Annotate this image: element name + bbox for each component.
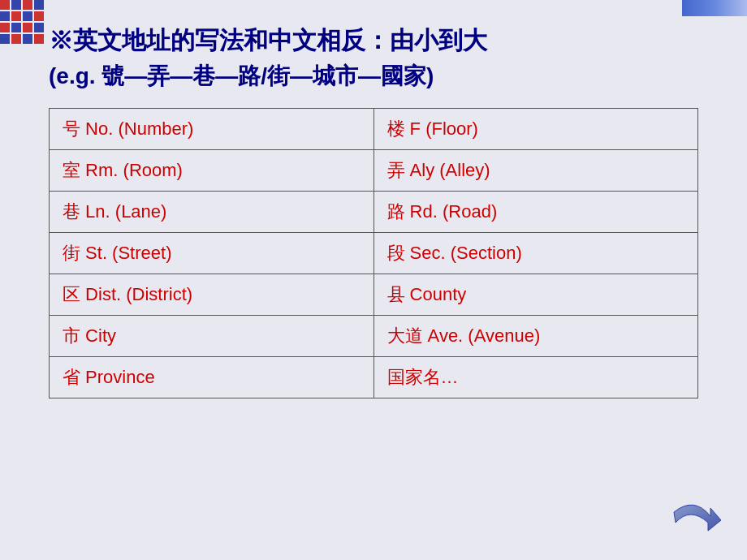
svg-rect-1 bbox=[11, 0, 21, 10]
table-cell-right: 县 County bbox=[374, 274, 698, 316]
table-cell-right: 段 Sec. (Section) bbox=[374, 233, 698, 274]
svg-rect-10 bbox=[23, 23, 32, 32]
title-line2: (e.g. 號—弄—巷—路/街—城市—國家) bbox=[49, 61, 698, 92]
title-section: ※英文地址的写法和中文相反：由小到大 (e.g. 號—弄—巷—路/街—城市—國家… bbox=[49, 24, 698, 92]
table-cell-left: 号 No. (Number) bbox=[50, 109, 374, 150]
table-row: 区 Dist. (District)县 County bbox=[50, 274, 698, 316]
table-row: 室 Rm. (Room)弄 Aly (Alley) bbox=[50, 150, 698, 192]
svg-rect-13 bbox=[11, 34, 21, 44]
svg-rect-14 bbox=[23, 34, 32, 44]
svg-rect-15 bbox=[34, 34, 44, 44]
table-cell-right: 路 Rd. (Road) bbox=[374, 192, 698, 233]
table-cell-right: 弄 Aly (Alley) bbox=[374, 150, 698, 192]
table-cell-left: 巷 Ln. (Lane) bbox=[50, 192, 374, 233]
table-cell-right: 大道 Ave. (Avenue) bbox=[374, 316, 698, 357]
arrow-container bbox=[666, 500, 723, 552]
table-cell-left: 街 St. (Street) bbox=[50, 233, 374, 274]
svg-rect-7 bbox=[34, 11, 44, 21]
svg-rect-12 bbox=[0, 34, 10, 44]
table-cell-left: 省 Province bbox=[50, 357, 374, 398]
svg-rect-8 bbox=[0, 23, 10, 32]
corner-decoration-tr bbox=[682, 0, 747, 16]
address-table: 号 No. (Number)楼 F (Floor)室 Rm. (Room)弄 A… bbox=[49, 108, 698, 398]
table-cell-left: 室 Rm. (Room) bbox=[50, 150, 374, 192]
svg-rect-6 bbox=[23, 11, 32, 21]
svg-rect-9 bbox=[11, 23, 21, 32]
table-row: 号 No. (Number)楼 F (Floor) bbox=[50, 109, 698, 150]
svg-rect-3 bbox=[34, 0, 44, 10]
table-row: 巷 Ln. (Lane)路 Rd. (Road) bbox=[50, 192, 698, 233]
table-row: 省 Province国家名… bbox=[50, 357, 698, 398]
table-cell-right: 国家名… bbox=[374, 357, 698, 398]
svg-rect-0 bbox=[0, 0, 10, 10]
svg-rect-11 bbox=[34, 23, 44, 32]
table-cell-left: 市 City bbox=[50, 316, 374, 357]
next-arrow-icon bbox=[666, 500, 723, 549]
svg-rect-5 bbox=[11, 11, 21, 21]
svg-rect-4 bbox=[0, 11, 10, 21]
corner-decoration-tl bbox=[0, 0, 45, 45]
main-content: ※英文地址的写法和中文相反：由小到大 (e.g. 號—弄—巷—路/街—城市—國家… bbox=[49, 24, 698, 528]
table-cell-right: 楼 F (Floor) bbox=[374, 109, 698, 150]
table-row: 街 St. (Street)段 Sec. (Section) bbox=[50, 233, 698, 274]
table-cell-left: 区 Dist. (District) bbox=[50, 274, 374, 316]
svg-rect-2 bbox=[23, 0, 32, 10]
title-line1: ※英文地址的写法和中文相反：由小到大 bbox=[49, 24, 698, 58]
table-row: 市 City大道 Ave. (Avenue) bbox=[50, 316, 698, 357]
